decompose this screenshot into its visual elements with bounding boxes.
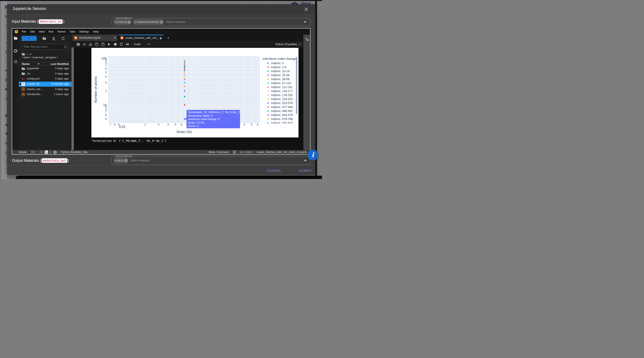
data-point[interactable] xyxy=(184,71,185,73)
file-row[interactable]: Introductio...2 hours ago xyxy=(19,92,72,97)
menu-help[interactable]: Help xyxy=(91,30,100,33)
legend-label[interactable]: Indices: 233-322 xyxy=(271,97,293,101)
new-launcher-button[interactable]: + xyxy=(22,36,37,41)
data-point[interactable] xyxy=(184,104,185,106)
legend-swatch-icon[interactable] xyxy=(267,98,268,100)
trust-shield-icon[interactable] xyxy=(233,150,236,154)
new-folder-icon[interactable] xyxy=(42,37,46,40)
legend-swatch-icon[interactable] xyxy=(267,122,268,124)
legend-label[interactable]: Indices: 377-494 xyxy=(271,105,293,109)
breadcrumb[interactable]: / xyxy=(22,53,32,56)
simple-mode-toggle[interactable] xyxy=(28,151,35,154)
dirty-indicator-dot[interactable] xyxy=(160,37,162,39)
legend-label[interactable]: Indices: 39-56 xyxy=(271,78,290,81)
material-chip[interactable]: 0: Ni3 C2✕ xyxy=(114,158,128,163)
menu-edit[interactable]: Edit xyxy=(28,30,37,33)
file-row[interactable]: src3 days ago xyxy=(19,71,72,76)
cancel-button[interactable]: CANCEL xyxy=(267,169,281,172)
menu-run[interactable]: Run xyxy=(46,30,56,33)
close-icon[interactable] xyxy=(304,7,308,12)
legend-swatch-icon[interactable] xyxy=(267,63,268,64)
fast-forward-icon[interactable] xyxy=(126,43,129,46)
data-point[interactable] xyxy=(184,76,185,78)
submit-button[interactable]: SUBMIT xyxy=(299,169,312,172)
menu-tabs[interactable]: Tabs xyxy=(68,30,77,33)
table-of-contents-tab-icon[interactable] xyxy=(14,60,18,63)
menu-file[interactable]: File xyxy=(20,30,28,33)
legend-label[interactable]: Indices: 787-913 xyxy=(271,121,293,125)
chip-remove-icon[interactable]: ✕ xyxy=(124,159,128,162)
tab-introduction-ipynb[interactable]: Introduction.ipynb✕ xyxy=(72,35,118,41)
breadcrumb-path[interactable]: / other / materials_designer / xyxy=(22,56,58,59)
data-point[interactable] xyxy=(184,68,185,69)
material-chip[interactable]: 0: Ni (mp-23)✕ xyxy=(114,19,132,25)
kernel-name[interactable]: Python (Pyodide) xyxy=(275,43,297,46)
select-placeholder[interactable]: Select materials xyxy=(166,20,185,24)
legend-label[interactable]: Indices: 57-110 xyxy=(271,81,291,85)
save-icon[interactable] xyxy=(76,43,80,46)
legend-label[interactable]: Indices: 111-132 xyxy=(271,85,292,89)
info-button[interactable]: i xyxy=(307,150,318,161)
data-point[interactable] xyxy=(184,118,185,120)
legend-label[interactable]: Indices: 133-177 xyxy=(271,89,293,93)
legend-label[interactable]: Indices: 495-552 xyxy=(271,109,293,113)
legend-label[interactable]: Indices: 1-9 xyxy=(271,66,286,69)
cursor-position[interactable]: Ln 1, Col 1 xyxy=(240,151,252,154)
kernel-status-icon[interactable] xyxy=(298,43,301,45)
cell-type-dropdown[interactable]: Code xyxy=(134,43,141,46)
data-point[interactable] xyxy=(184,60,185,61)
paste-icon[interactable] xyxy=(101,43,104,46)
refresh-icon[interactable] xyxy=(62,37,65,40)
restart-icon[interactable] xyxy=(120,43,123,46)
data-point[interactable] xyxy=(184,85,185,87)
file-row[interactable]: create_int...3 minutes ago xyxy=(19,82,72,87)
chevron-down-icon[interactable] xyxy=(148,44,150,45)
file-browser-tab-icon[interactable] xyxy=(14,37,18,40)
chip-remove-icon[interactable]: ✕ xyxy=(160,21,163,24)
kernel-status[interactable]: Python (Pyodide) | Idle xyxy=(61,151,88,154)
output-materials-select[interactable]: Selected Materials 0: Ni3 C2✕Select mate… xyxy=(112,156,311,165)
menu-kernel[interactable]: Kernel xyxy=(56,30,68,33)
file-row[interactable]: jupyterlite3 days ago xyxy=(19,66,72,71)
column-name[interactable]: Name xyxy=(22,62,30,66)
legend-label[interactable]: Indices: 553-678 xyxy=(271,113,293,117)
legend-label[interactable]: Indices: 20-38 xyxy=(271,74,290,77)
chip-remove-icon[interactable]: ✕ xyxy=(128,21,130,24)
legend-swatch-icon[interactable] xyxy=(267,102,268,104)
cut-icon[interactable] xyxy=(89,43,92,46)
running-kernels-tab-icon[interactable] xyxy=(14,49,18,53)
data-point[interactable] xyxy=(184,63,185,65)
legend-swatch-icon[interactable] xyxy=(267,110,268,112)
copy-icon[interactable] xyxy=(95,43,98,46)
legend-swatch-icon[interactable] xyxy=(267,67,268,68)
data-point[interactable] xyxy=(184,79,185,80)
home-folder-icon[interactable] xyxy=(22,53,25,56)
upload-icon[interactable] xyxy=(52,37,56,40)
column-last-modified[interactable]: Last Modified xyxy=(50,62,69,66)
tab-create-interface-with-min-[interactable]: create_interface_with_min_ xyxy=(118,35,163,41)
legend-scrollbar[interactable] xyxy=(296,57,298,114)
add-cell-icon[interactable] xyxy=(82,43,86,46)
kernels-count[interactable]: 1 xyxy=(50,151,51,154)
filter-files-input[interactable]: Filter files by name xyxy=(22,44,69,50)
chevron-down-icon[interactable] xyxy=(304,22,306,23)
legend-swatch-icon[interactable] xyxy=(267,83,268,84)
material-chip[interactable]: 1: Graphene (mp-1040425)✕ xyxy=(133,19,164,25)
data-point[interactable] xyxy=(184,82,185,83)
command-mode[interactable]: Mode: Command xyxy=(208,151,229,154)
data-point[interactable] xyxy=(184,96,185,97)
data-point[interactable] xyxy=(184,65,185,66)
property-inspector-gears-icon[interactable] xyxy=(305,38,309,42)
data-point[interactable] xyxy=(184,66,185,68)
stop-icon[interactable] xyxy=(114,43,117,46)
legend-label[interactable]: Indices: 323-376 xyxy=(271,101,293,105)
panel-splitter[interactable] xyxy=(72,48,74,150)
legend-swatch-icon[interactable] xyxy=(267,79,268,80)
legend-label[interactable]: Indices: 10-19 xyxy=(271,70,290,73)
legend-swatch-icon[interactable] xyxy=(267,91,268,92)
legend-swatch-icon[interactable] xyxy=(267,106,268,108)
menu-settings[interactable]: Settings xyxy=(77,30,91,33)
legend-swatch-icon[interactable] xyxy=(267,71,268,72)
new-tab-button[interactable]: + xyxy=(166,36,171,41)
tab-close-icon[interactable]: ✕ xyxy=(114,36,116,40)
